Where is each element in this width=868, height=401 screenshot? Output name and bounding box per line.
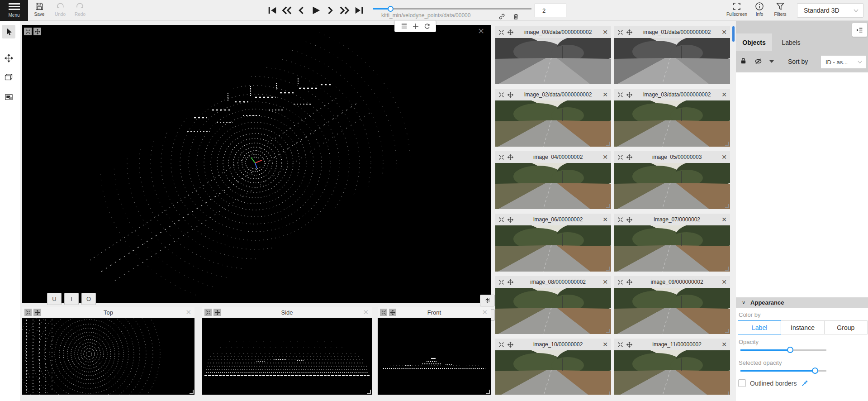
resize-grip[interactable] (486, 390, 490, 394)
move-arrows-icon[interactable] (508, 342, 513, 348)
close-tile-button[interactable]: ✕ (602, 279, 608, 285)
camera-thumbnail[interactable] (495, 350, 611, 395)
skip-end-button[interactable] (353, 4, 365, 17)
close-tile-button[interactable]: ✕ (721, 341, 727, 348)
main-3d-viewport[interactable]: ✕ U I O J K L (22, 25, 491, 303)
menu-button[interactable]: Menu (0, 0, 28, 21)
selected-opacity-slider-knob[interactable] (812, 368, 818, 374)
image-tile[interactable]: image_03/data/0000000002 ✕ (614, 89, 730, 147)
image-tile[interactable]: image_07/0000002 ✕ (614, 214, 730, 272)
move-arrows-icon[interactable] (508, 217, 513, 223)
link-button[interactable] (498, 13, 506, 20)
hide-all-button[interactable] (754, 57, 762, 65)
image-tile[interactable]: image_06/00000002 ✕ (495, 214, 611, 272)
color-by-label-button[interactable]: Label (738, 320, 781, 334)
move-arrows-icon[interactable] (508, 29, 513, 35)
fullscreen-button[interactable]: Fullscreen (726, 2, 747, 20)
image-tile[interactable]: image_05/00000003 ✕ (614, 151, 730, 209)
camera-thumbnail[interactable] (614, 350, 730, 395)
opacity-slider[interactable] (740, 347, 826, 354)
image-tile[interactable]: image_08/0000000002 ✕ (495, 276, 611, 334)
play-button[interactable] (309, 4, 322, 17)
image-tile[interactable]: image_04/00000002 ✕ (495, 151, 611, 209)
collapse-viewport-button[interactable] (24, 28, 32, 35)
select-tool-button[interactable] (2, 25, 15, 38)
close-tile-button[interactable]: ✕ (602, 29, 608, 35)
resize-grip[interactable] (725, 142, 729, 146)
image-tile[interactable]: image_00/data/0000000002 ✕ (495, 26, 611, 84)
objects-list[interactable] (736, 72, 868, 297)
camera-thumbnail[interactable] (495, 163, 611, 209)
keycap-i[interactable]: I (64, 293, 79, 305)
move-arrows-icon[interactable] (626, 92, 632, 98)
keycap-o[interactable]: O (81, 293, 96, 305)
close-viewport-button[interactable]: ✕ (185, 309, 191, 315)
image-tool-button[interactable] (2, 90, 15, 104)
move-arrows-icon[interactable] (626, 29, 632, 35)
fast-forward-button[interactable] (338, 4, 351, 17)
close-tile-button[interactable]: ✕ (721, 154, 727, 160)
grid-scrollbar-thumb[interactable] (732, 26, 735, 42)
more-options-caret[interactable] (769, 60, 774, 63)
selected-opacity-slider[interactable] (740, 368, 826, 375)
frame-number-input[interactable] (535, 4, 566, 17)
info-button[interactable]: Info (749, 2, 770, 20)
close-viewport-button[interactable]: ✕ (363, 309, 369, 315)
expand-arrows-icon[interactable] (498, 92, 504, 98)
outlined-borders-checkbox[interactable] (738, 379, 746, 387)
frame-slider-knob[interactable] (388, 6, 394, 12)
expand-arrows-icon[interactable] (498, 279, 504, 285)
next-frame-button[interactable] (324, 4, 337, 17)
close-tile-button[interactable]: ✕ (721, 29, 727, 35)
resize-grip[interactable] (725, 329, 729, 333)
move-arrows-icon[interactable] (508, 92, 513, 98)
move-arrows-icon[interactable] (508, 279, 513, 285)
cuboid-tool-button[interactable] (2, 71, 15, 84)
image-tile[interactable]: image_02/data/0000000002 ✕ (495, 89, 611, 147)
image-tile[interactable]: image_11/00000002 ✕ (614, 339, 730, 395)
viewport-front[interactable]: Front ✕ (378, 307, 491, 395)
keycap-u[interactable]: U (47, 293, 62, 305)
save-button[interactable]: Save (29, 2, 50, 20)
redo-button[interactable]: Redo (70, 2, 90, 20)
view-mode-select[interactable]: Standard 3D (797, 3, 863, 18)
camera-thumbnail[interactable] (495, 100, 611, 147)
resize-grip[interactable] (606, 79, 610, 83)
skip-start-button[interactable] (266, 4, 279, 17)
resize-grip[interactable] (606, 267, 610, 271)
resize-grip[interactable] (486, 298, 490, 302)
resize-grip[interactable] (725, 267, 729, 271)
tab-labels[interactable]: Labels (778, 33, 804, 51)
image-tile[interactable]: image_01/data/0000000002 ✕ (614, 26, 730, 84)
close-tile-button[interactable]: ✕ (602, 341, 608, 348)
move-arrows-icon[interactable] (626, 154, 632, 160)
resize-grip[interactable] (367, 390, 371, 394)
move-arrows-icon[interactable] (626, 279, 632, 285)
camera-thumbnail[interactable] (614, 100, 730, 147)
move-tool-button[interactable] (2, 51, 15, 65)
close-tile-button[interactable]: ✕ (721, 279, 727, 285)
expand-arrows-icon[interactable] (617, 154, 623, 160)
expand-arrows-icon[interactable] (617, 92, 623, 98)
close-viewport-button[interactable]: ✕ (482, 309, 488, 315)
camera-thumbnail[interactable] (614, 288, 730, 334)
resize-grip[interactable] (190, 390, 194, 394)
camera-thumbnail[interactable] (614, 163, 730, 209)
camera-thumbnail[interactable] (614, 38, 730, 84)
move-viewport-button[interactable] (33, 28, 41, 35)
lock-all-button[interactable] (740, 57, 747, 64)
camera-thumbnail[interactable] (495, 38, 611, 84)
viewport-side[interactable]: Side ✕ (202, 307, 372, 395)
close-tile-button[interactable]: ✕ (602, 91, 608, 98)
prev-frame-button[interactable] (295, 4, 308, 17)
move-arrows-icon[interactable] (508, 154, 513, 160)
close-tile-button[interactable]: ✕ (602, 154, 608, 160)
expand-arrows-icon[interactable] (498, 342, 504, 348)
image-tile[interactable]: image_09/000000002 ✕ (614, 276, 730, 334)
resize-grip[interactable] (725, 204, 729, 208)
move-arrows-icon[interactable] (626, 217, 632, 223)
expand-arrows-icon[interactable] (498, 217, 504, 223)
color-by-group-button[interactable]: Group (825, 320, 868, 334)
resize-grip[interactable] (725, 391, 729, 395)
close-tile-button[interactable]: ✕ (602, 216, 608, 223)
